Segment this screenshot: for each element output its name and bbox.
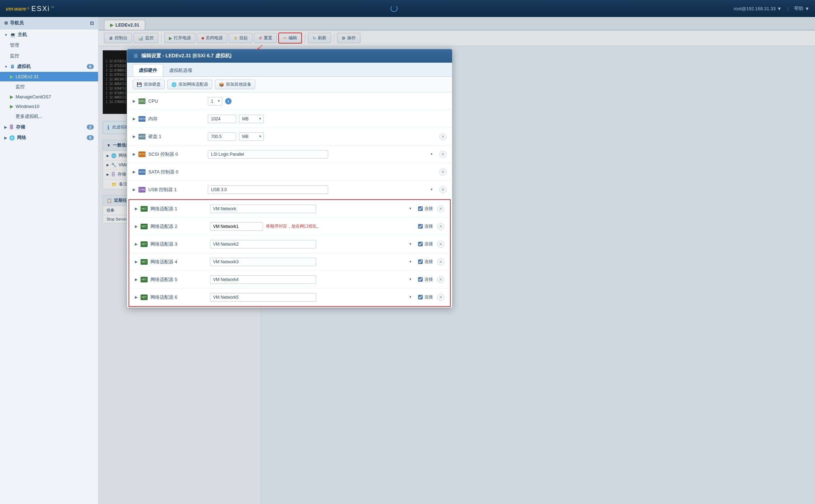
add-other-button[interactable]: 📦 添加其他设备 — [215, 80, 255, 89]
net3-connect-checkbox[interactable] — [418, 242, 423, 246]
vms-badge: 6 — [87, 64, 94, 69]
sidebar-section-network[interactable]: ▶ 🌐 网络 6 — [0, 132, 98, 143]
net5-network-select[interactable]: VM Network4 VM Network — [210, 275, 316, 284]
sidebar-collapse-icon[interactable]: ⊡ — [90, 21, 94, 26]
net6-label-area: ▶ NET 网络适配器 6 — [135, 294, 206, 300]
net3-network-wrapper: VM Network2 VM Network VM Network1 ▼ — [210, 240, 414, 248]
net1-connect-label[interactable]: 连接 — [418, 206, 433, 212]
cpu-label-area: ▶ CPU CPU — [133, 98, 204, 104]
memory-input[interactable] — [208, 115, 236, 123]
disk1-size-input[interactable] — [208, 132, 236, 141]
cpu-select[interactable]: 1 2 4 8 — [208, 97, 222, 105]
net2-network-input[interactable] — [210, 222, 263, 231]
net2-delete-button[interactable]: ✕ — [437, 223, 444, 230]
net3-network-select[interactable]: VM Network2 VM Network VM Network1 — [210, 240, 316, 248]
net3-connect-text: 连接 — [424, 241, 433, 247]
add-other-icon: 📦 — [219, 82, 224, 87]
network-adapters-section: ▶ NET 网络适配器 1 VM Network VM Network1 VM … — [129, 199, 451, 307]
net4-expand-icon[interactable]: ▶ — [135, 260, 138, 264]
usb-expand-icon[interactable]: ▶ — [133, 188, 136, 191]
net6-connect-checkbox[interactable] — [418, 295, 423, 299]
scsi-label-area: ▶ SCSI SCSI 控制器 0 — [133, 151, 204, 158]
net-adapter-1-row: ▶ NET 网络适配器 1 VM Network VM Network1 VM … — [129, 200, 450, 218]
managecentos-icon: ▶ — [10, 94, 13, 99]
add-network-icon: 🌐 — [171, 82, 177, 87]
net1-network-select[interactable]: VM Network VM Network1 VM Network2 — [210, 205, 316, 213]
memory-value-area: MB GB ▼ — [208, 115, 446, 123]
user-info[interactable]: root@192.168.31.33 ▼ — [734, 6, 782, 11]
net2-connect-checkbox[interactable] — [418, 224, 423, 229]
net6-value-area: VM Network5 VM Network ▼ — [210, 293, 414, 302]
net6-delete-button[interactable]: ✕ — [437, 294, 444, 301]
net4-connect-label[interactable]: 连接 — [418, 259, 433, 265]
net2-connect-label[interactable]: 连接 — [418, 223, 433, 229]
net1-expand-icon[interactable]: ▶ — [135, 207, 138, 211]
memory-unit-select[interactable]: MB GB — [239, 115, 264, 123]
net-adapter-4-row: ▶ NET 网络适配器 4 VM Network3 VM Network VM … — [129, 253, 450, 271]
add-network-button[interactable]: 🌐 添加网络适配器 — [167, 80, 212, 89]
net4-network-select[interactable]: VM Network3 VM Network VM Network1 VM Ne… — [210, 258, 316, 266]
net5-delete-button[interactable]: ✕ — [437, 276, 444, 283]
net6-network-select[interactable]: VM Network5 VM Network — [210, 293, 316, 302]
net6-expand-icon[interactable]: ▶ — [135, 295, 138, 299]
sidebar-item-monitor-vm[interactable]: 监控 — [0, 81, 98, 92]
net1-connect-checkbox[interactable] — [418, 206, 423, 211]
net5-connect-text: 连接 — [424, 276, 433, 282]
add-harddisk-button[interactable]: 💾 添加硬盘 — [133, 80, 165, 89]
network-arrow-icon: ▶ — [4, 136, 7, 140]
nav-icon: ⊞ — [4, 21, 8, 25]
net1-label: 网络适配器 1 — [150, 206, 177, 212]
net4-connect-checkbox[interactable] — [418, 259, 423, 264]
disk1-delete-button[interactable]: ✕ — [439, 133, 446, 140]
sidebar-section-vms[interactable]: ▼ 🖥 虚拟机 6 — [0, 61, 98, 72]
usb-label: USB 控制器 1 — [148, 187, 177, 193]
sidebar-item-more-vms[interactable]: 更多虚拟机... — [0, 111, 98, 122]
sidebar-section-host[interactable]: ▼ 💻 主机 — [0, 29, 98, 40]
net1-delete-button[interactable]: ✕ — [437, 205, 444, 212]
net3-delete-button[interactable]: ✕ — [437, 241, 444, 248]
header-right: root@192.168.31.33 ▼ | 帮助 ▼ — [734, 5, 809, 12]
net4-network-wrapper: VM Network3 VM Network VM Network1 VM Ne… — [210, 258, 414, 266]
help-dropdown-icon[interactable]: ▼ — [805, 6, 809, 11]
sata-delete-button[interactable]: ✕ — [439, 168, 446, 176]
sata-expand-icon[interactable]: ▶ — [133, 170, 136, 174]
net2-expand-icon[interactable]: ▶ — [135, 224, 138, 228]
net-adapter-3-row: ▶ NET 网络适配器 3 VM Network2 VM Network VM … — [129, 235, 450, 253]
user-dropdown-icon[interactable]: ▼ — [777, 6, 782, 11]
separator: | — [787, 6, 788, 11]
net3-expand-icon[interactable]: ▶ — [135, 242, 138, 246]
tab-vm-options[interactable]: 虚拟机选项 — [163, 64, 198, 76]
usb-delete-button[interactable]: ✕ — [439, 186, 446, 193]
tab-virtual-hardware[interactable]: 虚拟硬件 — [133, 64, 163, 76]
cpu-value-area: 1 2 4 8 ▼ i — [208, 97, 446, 105]
sidebar-item-ledev231[interactable]: ▶ LEDEv2.31 — [0, 72, 98, 81]
net4-delete-button[interactable]: ✕ — [437, 258, 444, 265]
scsi-expand-icon[interactable]: ▶ — [133, 152, 136, 156]
net6-connect-label[interactable]: 连接 — [418, 294, 433, 300]
sata-label-area: ▶ SATA SATA 控制器 0 — [133, 169, 204, 175]
help-menu[interactable]: 帮助 ▼ — [794, 5, 809, 12]
sidebar-item-monitor[interactable]: 监控 — [0, 51, 98, 61]
net3-connect-label[interactable]: 连接 — [418, 241, 433, 247]
disk1-unit-select[interactable]: MB GB — [239, 132, 264, 141]
storage-badge: 2 — [87, 125, 94, 130]
host-icon: 💻 — [10, 32, 16, 38]
more-vms-label: 更多虚拟机... — [16, 113, 42, 120]
cpu-info-button[interactable]: i — [225, 98, 232, 104]
memory-expand-icon[interactable]: ▶ — [133, 117, 136, 121]
scsi-value-area: LSI Logic Parallel LSI Logic SAS VMware … — [208, 150, 435, 159]
sidebar-item-manage[interactable]: 管理 — [0, 40, 98, 51]
net5-connect-label[interactable]: 连接 — [418, 276, 433, 282]
disk1-expand-icon[interactable]: ▶ — [133, 134, 136, 138]
disk1-unit-wrapper: MB GB ▼ — [239, 132, 264, 141]
scsi-type-select[interactable]: LSI Logic Parallel LSI Logic SAS VMware … — [208, 150, 328, 159]
sidebar-item-windows10[interactable]: ▶ Windows10 — [0, 102, 98, 111]
usb-type-select[interactable]: USB 3.0 USB 2.0 — [208, 185, 328, 194]
sidebar-item-managecentos7[interactable]: ▶ ManageCentOS7 — [0, 92, 98, 102]
cpu-expand-icon[interactable]: ▶ — [133, 99, 136, 103]
scsi-delete-button[interactable]: ✕ — [439, 151, 446, 158]
sidebar-section-storage[interactable]: ▶ 🗄 存储 2 — [0, 122, 98, 132]
settings-body: ▶ CPU CPU 1 2 4 8 ▼ i — [127, 92, 452, 308]
net5-connect-checkbox[interactable] — [418, 277, 423, 282]
net5-expand-icon[interactable]: ▶ — [135, 277, 138, 281]
